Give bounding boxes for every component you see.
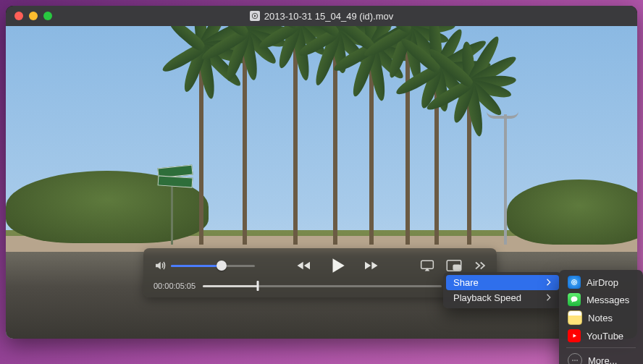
chevron-right-icon xyxy=(546,292,552,303)
zoom-window-button[interactable] xyxy=(43,12,52,20)
svg-point-5 xyxy=(572,280,577,285)
menu-item-label: Playback Speed xyxy=(453,292,521,303)
share-item-more[interactable]: More... xyxy=(562,351,640,364)
menu-separator xyxy=(566,347,636,348)
svg-rect-3 xyxy=(453,265,460,270)
airplay-button[interactable] xyxy=(420,259,434,272)
svg-point-7 xyxy=(574,360,576,361)
share-item-notes[interactable]: Notes xyxy=(562,308,640,327)
svg-point-8 xyxy=(576,360,578,361)
scrubber[interactable] xyxy=(203,285,442,287)
window-controls xyxy=(14,12,52,20)
svg-point-0 xyxy=(252,13,258,19)
share-item-label: YouTube xyxy=(587,331,623,342)
volume-icon xyxy=(154,259,167,272)
share-menu: AirDrop Messages Notes YouTube More... xyxy=(559,270,643,364)
fast-forward-button[interactable] xyxy=(360,258,380,274)
titlebar: 2013-10-31 15_04_49 (id).mov xyxy=(6,6,637,26)
share-item-label: Messages xyxy=(587,295,629,305)
share-item-label: Notes xyxy=(588,313,613,323)
airdrop-icon xyxy=(568,276,581,289)
youtube-icon xyxy=(568,329,581,342)
menu-item-playback-speed[interactable]: Playback Speed xyxy=(446,290,559,305)
svg-point-4 xyxy=(573,282,576,284)
close-window-button[interactable] xyxy=(14,12,23,20)
menu-item-share[interactable]: Share xyxy=(446,275,559,290)
menu-item-label: Share xyxy=(453,277,479,288)
picture-in-picture-button[interactable] xyxy=(446,259,462,272)
rewind-button[interactable] xyxy=(295,258,315,274)
more-controls-menu: Share Playback Speed xyxy=(443,272,562,308)
share-item-messages[interactable]: Messages xyxy=(562,291,640,308)
notes-icon xyxy=(568,310,582,325)
volume-slider[interactable] xyxy=(171,265,255,267)
share-item-label: AirDrop xyxy=(587,277,618,288)
more-icon xyxy=(568,353,582,364)
elapsed-time: 00:00:05:05 xyxy=(154,282,196,290)
minimize-window-button[interactable] xyxy=(29,12,38,20)
chevron-right-icon xyxy=(546,277,552,288)
document-icon xyxy=(250,11,260,21)
play-button[interactable] xyxy=(328,255,347,276)
window-title: 2013-10-31 15_04_49 (id).mov xyxy=(264,11,394,22)
volume-control[interactable] xyxy=(154,259,255,272)
share-item-airdrop[interactable]: AirDrop xyxy=(562,274,640,291)
share-item-youtube[interactable]: YouTube xyxy=(562,327,640,344)
messages-icon xyxy=(568,293,581,306)
svg-point-6 xyxy=(572,360,573,361)
share-item-label: More... xyxy=(588,355,617,365)
svg-rect-1 xyxy=(421,261,434,268)
more-controls-button[interactable] xyxy=(474,260,487,271)
